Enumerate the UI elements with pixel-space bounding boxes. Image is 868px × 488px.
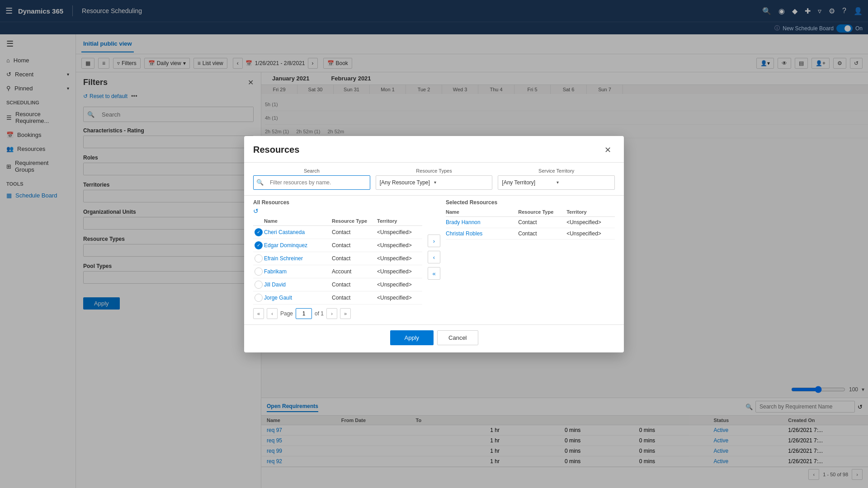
selected-resource-territory-cell: <Unspecified> [566, 230, 615, 237]
all-resources-pane: All Resources ↺ Name Resource Type Terri… [253, 196, 422, 319]
resource-name-cell: Cheri Castaneda [264, 229, 332, 235]
selected-resource-territory-cell: <Unspecified> [566, 219, 615, 225]
resource-types-select[interactable]: [Any Resource Type] ▾ [376, 175, 493, 190]
resource-name-link[interactable]: Efrain Schreiner [264, 255, 303, 262]
all-resources-pagination: « ‹ Page of 1 › » [253, 305, 422, 319]
list-item: ✓ Cheri Castaneda Contact <Unspecified> [253, 226, 422, 239]
page-last-button[interactable]: » [340, 308, 351, 319]
dialog-filters: Search 🔍 Resource Types [Any Resource Ty… [244, 163, 624, 196]
resource-territory-cell: <Unspecified> [377, 242, 422, 249]
resource-territory-cell: <Unspecified> [377, 268, 422, 275]
check-cell [253, 294, 264, 302]
selected-resource-name-cell: Brady Hannon [446, 219, 518, 225]
resource-name-link[interactable]: Jorge Gault [264, 295, 292, 301]
list-item: Efrain Schreiner Contact <Unspecified> [253, 252, 422, 265]
check-cell [253, 254, 264, 263]
page-number-input[interactable] [296, 308, 312, 319]
chevron-down-icon: ▾ [434, 180, 488, 185]
resource-name-link[interactable]: Jill David [264, 282, 286, 288]
selected-resources-pane: Selected Resources Name Resource Type Te… [446, 196, 615, 319]
selected-name-header: Name [446, 209, 518, 215]
resource-territory-cell: <Unspecified> [377, 282, 422, 288]
selected-resources-table-body: Brady Hannon Contact <Unspecified> Chris… [446, 217, 615, 239]
resource-name-cell: Efrain Schreiner [264, 255, 332, 262]
selected-resources-title: Selected Resources [446, 196, 615, 207]
search-filter-label: Search [253, 168, 370, 174]
move-right-button[interactable]: › [428, 235, 440, 247]
dialog-title: Resources [253, 145, 299, 155]
resource-name-link[interactable]: Cheri Castaneda [264, 229, 305, 235]
checkbox-empty-icon[interactable] [255, 254, 263, 263]
resource-name-cell: Fabrikam [264, 268, 332, 275]
service-territory-filter-label: Service Territory [498, 168, 615, 174]
checkbox-empty-icon[interactable] [255, 281, 263, 289]
list-item: Brady Hannon Contact <Unspecified> [446, 217, 615, 228]
checkbox-empty-icon[interactable] [255, 294, 263, 302]
refresh-all-resources-icon[interactable]: ↺ [253, 207, 259, 215]
all-resources-title: All Resources [253, 196, 422, 207]
dialog-header: Resources ✕ [244, 136, 624, 163]
page-first-button[interactable]: « [253, 308, 264, 319]
resources-dialog: Resources ✕ Search 🔍 Resource Types [Any… [244, 136, 624, 352]
resource-type-cell: Account [332, 268, 377, 275]
close-dialog-button[interactable]: ✕ [601, 143, 615, 157]
resource-type-cell: Contact [332, 295, 377, 301]
resource-name-link[interactable]: Fabrikam [264, 268, 287, 275]
selected-resource-type-cell: Contact [518, 219, 566, 225]
move-left-button[interactable]: ‹ [428, 251, 440, 263]
move-all-left-button[interactable]: « [428, 267, 440, 280]
check-cell: ✓ [253, 228, 264, 236]
resource-types-filter-label: Resource Types [376, 168, 493, 174]
check-cell [253, 267, 264, 276]
dialog-footer: Apply Cancel [244, 324, 624, 352]
all-resources-name-header: Name [264, 218, 332, 224]
service-territory-filter-group: Service Territory [Any Territory] ▾ [498, 168, 615, 190]
chevron-down-icon: ▾ [557, 180, 611, 185]
checkbox-checked-icon[interactable]: ✓ [255, 228, 263, 236]
page-next-button[interactable]: › [326, 308, 337, 319]
selected-resource-name-link[interactable]: Christal Robles [446, 230, 482, 237]
resource-type-cell: Contact [332, 229, 377, 235]
selected-territory-header: Territory [566, 209, 615, 215]
resource-search-bar: 🔍 [253, 175, 370, 190]
page-of-label: of 1 [315, 310, 324, 317]
resource-name-search-input[interactable] [266, 179, 370, 186]
all-resources-table-head: Name Resource Type Territory [253, 216, 422, 226]
list-item: ✓ Edgar Dominquez Contact <Unspecified> [253, 239, 422, 252]
list-item: Jill David Contact <Unspecified> [253, 278, 422, 291]
all-resources-territory-header: Territory [377, 218, 422, 224]
page-prev-button[interactable]: ‹ [267, 308, 278, 319]
resource-name-link[interactable]: Edgar Dominquez [264, 242, 307, 249]
search-icon: 🔍 [254, 179, 266, 186]
resource-type-cell: Contact [332, 255, 377, 262]
check-cell [253, 281, 264, 289]
all-resources-table-body: ✓ Cheri Castaneda Contact <Unspecified> … [253, 226, 422, 305]
selected-resource-name-cell: Christal Robles [446, 230, 518, 237]
dialog-body: All Resources ↺ Name Resource Type Terri… [244, 196, 624, 324]
resource-name-cell: Edgar Dominquez [264, 242, 332, 249]
modal-backdrop: Resources ✕ Search 🔍 Resource Types [Any… [0, 0, 868, 488]
transfer-buttons: › ‹ « [422, 196, 446, 319]
resource-name-cell: Jorge Gault [264, 295, 332, 301]
resource-territory-cell: <Unspecified> [377, 229, 422, 235]
resources-apply-button[interactable]: Apply [390, 330, 434, 345]
resource-territory-cell: <Unspecified> [377, 255, 422, 262]
check-cell: ✓ [253, 241, 264, 249]
selected-resource-type-cell: Contact [518, 230, 566, 237]
list-item: Fabrikam Account <Unspecified> [253, 265, 422, 278]
resource-name-cell: Jill David [264, 282, 332, 288]
resources-cancel-button[interactable]: Cancel [437, 330, 478, 345]
selected-resource-name-link[interactable]: Brady Hannon [446, 219, 481, 225]
checkbox-checked-icon[interactable]: ✓ [255, 241, 263, 249]
resource-types-filter-group: Resource Types [Any Resource Type] ▾ [376, 168, 493, 190]
service-territory-select[interactable]: [Any Territory] ▾ [498, 175, 615, 190]
selected-type-header: Resource Type [518, 209, 566, 215]
checkbox-empty-icon[interactable] [255, 267, 263, 276]
resource-type-cell: Contact [332, 242, 377, 249]
resource-territory-cell: <Unspecified> [377, 295, 422, 301]
page-label: Page [280, 310, 293, 317]
resource-type-cell: Contact [332, 282, 377, 288]
selected-resources-table-head: Name Resource Type Territory [446, 207, 615, 217]
search-filter-group: Search 🔍 [253, 168, 370, 190]
list-item: Jorge Gault Contact <Unspecified> [253, 291, 422, 305]
